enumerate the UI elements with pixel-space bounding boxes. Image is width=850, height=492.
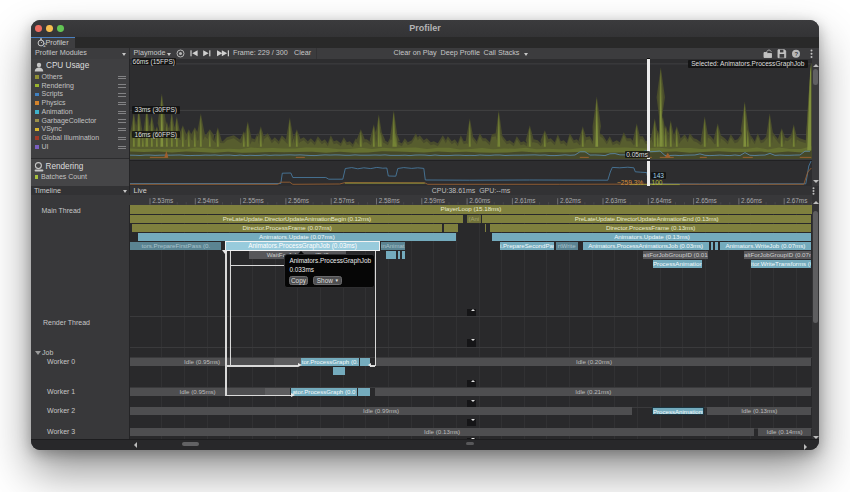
svg-text:2.67ms: 2.67ms [787, 197, 808, 204]
svg-text:2.62ms: 2.62ms [560, 197, 581, 204]
svg-text:2.56ms: 2.56ms [288, 197, 309, 204]
svg-text:2.54ms: 2.54ms [198, 197, 219, 204]
svg-text:2.64ms: 2.64ms [651, 197, 672, 204]
svg-text:2.65ms: 2.65ms [696, 197, 717, 204]
svg-text:2: 2 [43, 43, 46, 47]
svg-text:2.59ms: 2.59ms [424, 197, 445, 204]
svg-text:2.55ms: 2.55ms [243, 197, 264, 204]
svg-text:2.66ms: 2.66ms [741, 197, 762, 204]
svg-text:2.63ms: 2.63ms [605, 197, 626, 204]
svg-text:2.53ms: 2.53ms [152, 197, 173, 204]
svg-text:?: ? [794, 51, 798, 57]
svg-text:2.61ms: 2.61ms [515, 197, 536, 204]
svg-text:2.57ms: 2.57ms [334, 197, 355, 204]
svg-text:2.58ms: 2.58ms [379, 197, 400, 204]
svg-text:2.60ms: 2.60ms [470, 197, 491, 204]
